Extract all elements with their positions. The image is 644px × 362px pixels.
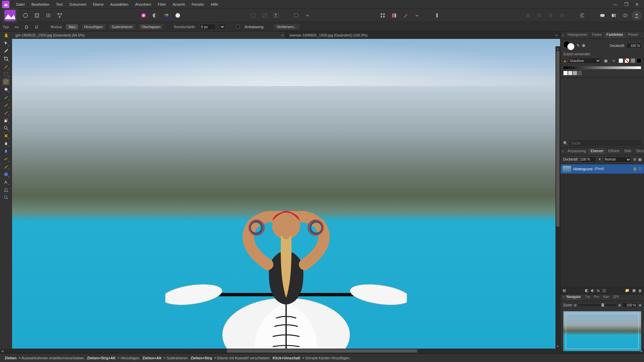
panel-menu-icon[interactable]: ≡ — [560, 294, 565, 301]
swatch-white[interactable] — [619, 58, 623, 63]
adjust-icon[interactable]: ◐ — [591, 288, 594, 293]
arrange-2[interactable] — [535, 11, 544, 20]
navigator-thumb[interactable] — [563, 311, 641, 351]
swatch-none[interactable] — [625, 58, 629, 63]
tab-stock[interactable]: Stock — [634, 148, 644, 155]
chevron-down-icon[interactable]: ▼ — [598, 158, 601, 161]
type-magnetic-icon[interactable] — [33, 23, 40, 30]
lasso-tool[interactable] — [3, 78, 9, 85]
persona-develop[interactable] — [32, 11, 42, 20]
crop-layer-icon[interactable]: ◫ — [602, 288, 606, 293]
dropdown-icon-2[interactable] — [412, 11, 422, 20]
menu-datei[interactable]: Datei — [13, 1, 28, 8]
persona-export[interactable] — [55, 11, 64, 20]
antialias-checkbox[interactable] — [236, 25, 240, 28]
smudge-tool[interactable] — [3, 156, 9, 162]
navigator-view-rect[interactable] — [566, 313, 639, 349]
canvas[interactable]: ▲ ▼ — [12, 39, 560, 353]
pen-tool[interactable] — [3, 140, 9, 147]
arrange-3[interactable] — [546, 11, 555, 20]
color-wheel-button[interactable] — [139, 11, 148, 20]
menu-anordnen[interactable]: Anordnen — [132, 1, 155, 8]
swatch[interactable] — [568, 71, 573, 75]
palette-grid-icon[interactable]: ▦ — [602, 57, 609, 64]
tab-farbe[interactable]: Farbe — [590, 32, 604, 39]
arrange-4[interactable] — [557, 11, 567, 20]
tab-tra[interactable]: Tra — [583, 294, 592, 301]
zoom-reset-icon[interactable]: ⊕ — [639, 303, 641, 307]
type-freehand-icon[interactable] — [13, 23, 20, 30]
window-minimize[interactable]: — — [613, 2, 618, 7]
mesh-tool[interactable] — [3, 163, 9, 170]
crop-tool[interactable] — [3, 55, 9, 62]
move-tool[interactable] — [3, 40, 9, 47]
layer-item[interactable]: Hintergrund (Pixel) 🔒 ☑ — [560, 164, 644, 174]
palette-select[interactable]: Grautöne — [568, 58, 601, 64]
visible-checkbox[interactable]: ☑ — [639, 167, 642, 171]
tab-pro[interactable]: Pro — [592, 294, 601, 301]
folder-icon[interactable]: 📁 — [625, 288, 630, 293]
lab-button[interactable] — [173, 11, 182, 20]
shape-tool[interactable] — [3, 171, 9, 178]
window-maximize[interactable]: ❐ — [624, 2, 629, 7]
tab-ebenen[interactable]: Ebenen — [588, 148, 606, 155]
feather-input[interactable] — [199, 24, 216, 30]
gradient-tool[interactable] — [3, 94, 9, 101]
persona-liquify[interactable] — [21, 11, 30, 20]
swatch[interactable] — [563, 71, 568, 75]
tab-kan[interactable]: Kan — [601, 294, 611, 301]
menu-filter[interactable]: Filter — [155, 1, 169, 8]
account-icon[interactable] — [632, 11, 641, 20]
menu-fenster[interactable]: Fenster — [188, 1, 207, 8]
text-tool[interactable]: A — [3, 179, 9, 185]
panel-menu-icon[interactable]: ≡ — [560, 32, 565, 39]
mode-hinzufuegen[interactable]: Hinzufügen — [82, 24, 106, 29]
persona-tone[interactable] — [44, 11, 53, 20]
swatch[interactable] — [577, 71, 582, 75]
swatch-black[interactable] — [637, 58, 641, 63]
slider-handle[interactable] — [601, 303, 604, 307]
swatch-mid[interactable] — [631, 58, 635, 63]
add-layer-icon[interactable]: ▦ — [632, 288, 636, 293]
select-invert-button[interactable] — [260, 11, 269, 20]
layers-view-icon[interactable]: ▤ — [562, 288, 566, 293]
tab-navigator[interactable]: Navigator — [565, 294, 583, 301]
eyedropper-icon[interactable]: ✎ — [577, 43, 580, 48]
fx-icon[interactable]: fx — [597, 289, 600, 293]
delete-icon[interactable]: 🗑 — [638, 289, 642, 293]
window-close[interactable]: ✕ — [635, 2, 639, 7]
document-tab-1[interactable]: girl-1869532_1920.jpg [Geändert] (64.5%)… — [12, 32, 286, 39]
bool-add[interactable] — [598, 11, 607, 20]
menu-hilfe[interactable]: Hilfe — [207, 1, 221, 8]
gradient-strip[interactable] — [563, 66, 641, 69]
rgb-button[interactable] — [162, 11, 171, 20]
select-text-button[interactable]: T — [271, 11, 281, 20]
blur-tool[interactable] — [3, 148, 9, 155]
panel-menu-icon[interactable]: ≡ — [560, 148, 565, 155]
gear-icon[interactable]: ⚙ — [633, 158, 636, 161]
palette-menu-icon[interactable]: ≡ — [610, 57, 617, 64]
menu-dokument[interactable]: Dokument — [66, 1, 90, 8]
tab-32v[interactable]: 32V — [611, 294, 621, 301]
tab-anpassung[interactable]: Anpassung — [565, 148, 588, 155]
arrange-1[interactable] — [523, 11, 533, 20]
grid-view-button[interactable] — [378, 11, 387, 20]
persona-photo[interactable] — [3, 8, 17, 23]
close-icon[interactable]: × — [281, 33, 284, 38]
scroll-left-icon[interactable]: ◀ — [0, 349, 5, 353]
brush-tool[interactable] — [3, 102, 9, 108]
flood-fill-tool[interactable] — [3, 86, 9, 93]
pen-toggle-button[interactable] — [401, 11, 410, 20]
menu-bearbeiten[interactable]: Bearbeiten — [28, 1, 53, 8]
scroll-down-icon[interactable]: ▼ — [555, 344, 560, 349]
select-none-button[interactable] — [249, 11, 258, 20]
mode-neu[interactable]: Neu — [66, 24, 78, 29]
menu-text[interactable]: Text — [53, 1, 66, 8]
clone-tool[interactable] — [3, 117, 9, 124]
close-icon[interactable]: × — [555, 33, 558, 38]
swatch[interactable] — [573, 71, 577, 75]
zoom-slider[interactable] — [578, 304, 617, 306]
scroll-up-icon[interactable]: ▲ — [555, 46, 560, 51]
menu-ansicht[interactable]: Ansicht — [169, 1, 188, 8]
perspective-tool[interactable] — [3, 186, 9, 193]
